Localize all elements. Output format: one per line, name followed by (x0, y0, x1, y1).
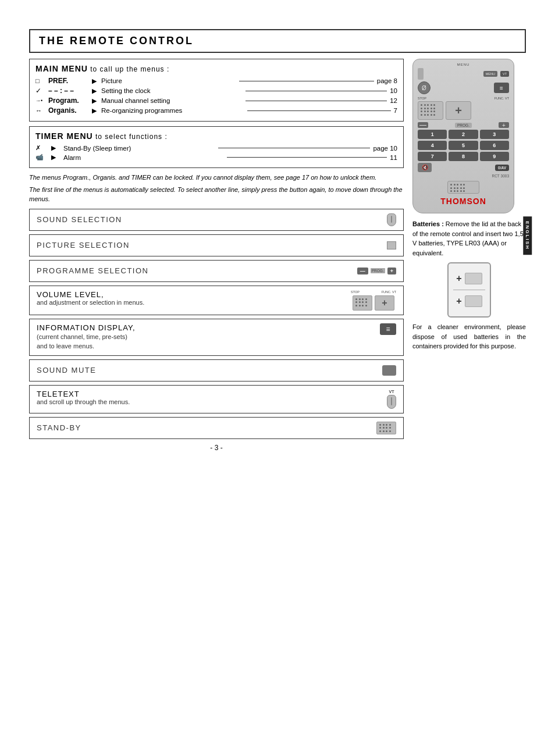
info-display-sub1: (current channel, time, pre-sets) (37, 332, 375, 342)
remote-prog-plus: + (499, 122, 509, 128)
sound-mute-label: SOUND MUTE (37, 366, 96, 375)
remote-av-btn: 0/AV (495, 165, 509, 171)
remote-standby-btn (447, 181, 479, 194)
menu-row-clock: ✓ – – : – – ▶ Setting the clock 10 (35, 87, 397, 95)
dot (421, 114, 422, 116)
organis-dashes (247, 110, 390, 111)
pref-text: Picture (101, 77, 236, 84)
batteries-title: Batteries : (412, 220, 444, 227)
dot (362, 298, 364, 300)
standby-icon (376, 422, 396, 434)
remote-num-6: 6 (480, 141, 509, 150)
dot (433, 110, 435, 112)
dot (450, 190, 452, 192)
speaker-line (391, 216, 392, 223)
dot (431, 114, 432, 116)
environment-text: For a cleaner environment, please dispos… (412, 322, 526, 351)
dot (362, 305, 364, 306)
dot (355, 305, 357, 306)
dot (457, 190, 458, 192)
remote-vt-btn: VT (500, 71, 509, 77)
main-menu-title-bold: MAIN MENU (35, 64, 88, 73)
stand-by-box: STAND-BY (29, 417, 404, 439)
timer-menu-title-bold: TIMER MENU (35, 131, 93, 141)
timer-alarm-text: Alarm (63, 154, 224, 161)
clock-icon: ✓ (35, 87, 48, 95)
page-number: - 3 - (29, 444, 404, 452)
program-text: Manual channel setting (101, 97, 243, 104)
right-column: ENGLISH MENU MENU VT (412, 59, 526, 452)
picture-selection-icon (387, 241, 396, 249)
remote-num-3: 3 (480, 130, 509, 139)
info-display-box: INFORMATION DISPLAY, (current channel, t… (29, 319, 404, 356)
teletext-subtitle: and scroll up through the menus. (37, 398, 387, 405)
stop-func-icon-group: STOP FUNC. VT + (351, 290, 396, 311)
volume-subtitle: and adjustment or selection in menus. (37, 299, 351, 306)
mute-symbol: 🔇 (422, 165, 428, 170)
pref-label: PREF. (48, 77, 92, 85)
dot (386, 427, 387, 429)
volume-level-box: VOLUME LEVEL, and adjustment or selectio… (29, 286, 404, 315)
dot (386, 430, 387, 432)
dot (463, 190, 465, 192)
remote-stop-dotted-btn (418, 101, 443, 120)
remote-func-plus-btn: + (446, 101, 471, 120)
programme-selection-label: PROGRAMME SELECTION (37, 266, 148, 275)
vt-icon-group: VT (387, 390, 396, 409)
stop-func-labels: STOP FUNC. VT (351, 290, 396, 294)
tv-icon-wrapper: ≡ (380, 323, 396, 335)
dot (389, 427, 391, 429)
remote-control: MENU MENU VT Ø (412, 59, 514, 213)
dot (389, 430, 391, 432)
sound-mute-box: SOUND MUTE (29, 359, 404, 381)
clock-label: – – : – – (48, 87, 92, 95)
dot (454, 187, 456, 189)
sound-selection-icon (387, 213, 396, 226)
remote-num-7: 7 (418, 152, 447, 161)
stand-by-label: STAND-BY (37, 423, 81, 432)
vt-icon: VT (387, 390, 396, 409)
remote-stop-func-labels: STOP FUNC. VT (418, 97, 509, 100)
dot (450, 187, 452, 189)
battery-body-top (465, 273, 482, 284)
main-menu-box: MAIN MENU to call up the menus : □ PREF.… (29, 59, 404, 122)
volume-text: VOLUME LEVEL, and adjustment or selectio… (37, 290, 351, 306)
picture-selection-box: PICTURE SELECTION (29, 234, 404, 256)
timer-menu-title: TIMER MENU to select functions : (35, 131, 397, 141)
dot (433, 104, 435, 106)
timer-alarm-dashes (227, 157, 387, 158)
remote-prog-row: — PROG. + (418, 122, 509, 128)
dot (427, 110, 429, 112)
timer-menu-title-normal: to select functions : (93, 133, 168, 141)
info-text-1: The menus Program., Organis. and TIMER c… (29, 173, 404, 183)
timer-standby-dashes (218, 148, 370, 148)
pref-icon: □ (35, 77, 48, 84)
func-vt-label: FUNC. VT (382, 290, 396, 294)
dot (427, 104, 429, 106)
dot (359, 305, 361, 306)
info-display-text-block: INFORMATION DISPLAY, (current channel, t… (37, 323, 375, 351)
dot (454, 190, 456, 192)
left-column: MAIN MENU to call up the menus : □ PREF.… (29, 59, 404, 452)
remote-menu-btn: MENU (483, 71, 497, 77)
dot (463, 184, 465, 186)
main-menu-title-normal: to call up the menus : (88, 65, 169, 73)
pref-page: page 8 (377, 77, 397, 84)
dot (460, 187, 462, 189)
dot (427, 108, 429, 109)
dot (362, 301, 364, 303)
dot (383, 424, 385, 426)
vt-label: VT (389, 390, 394, 394)
dot (431, 104, 432, 106)
main-content: THE REMOTE CONTROL MAIN MENU to call up … (29, 29, 526, 727)
organis-arrow: ▶ (92, 107, 101, 115)
dot (379, 427, 381, 429)
remote-circle-row: Ø ≡ (418, 81, 509, 94)
func-vt-label-remote: FUNC. VT (494, 97, 509, 100)
mute-btn-icon (382, 365, 396, 376)
dot (431, 108, 432, 109)
remote-num-1: 1 (418, 130, 447, 139)
two-col-layout: MAIN MENU to call up the menus : □ PREF.… (29, 59, 526, 452)
volume-title: VOLUME LEVEL, (37, 290, 351, 299)
program-dashes (246, 101, 387, 101)
